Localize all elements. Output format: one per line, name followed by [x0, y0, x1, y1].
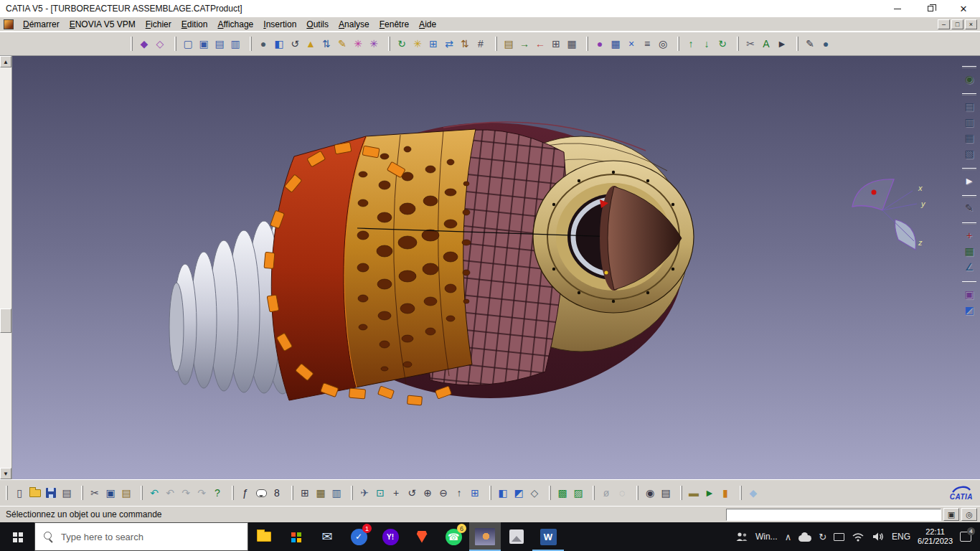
update-icon[interactable]: ↻ — [394, 36, 410, 52]
shaded-sphere-icon[interactable]: ● — [255, 36, 271, 52]
expand-command-button[interactable]: ▣ — [943, 508, 959, 521]
sketcher-icon[interactable]: ✎ — [334, 36, 350, 52]
catalog-browser-icon[interactable]: ▦ — [313, 485, 329, 501]
swap-visible-space-icon[interactable]: ◌ — [614, 485, 630, 501]
toolbar-drag-handle[interactable] — [586, 37, 588, 51]
toolbar-drag-handle[interactable] — [962, 168, 976, 170]
tree-graph-icon[interactable]: ▦ — [961, 130, 977, 146]
import-document-icon[interactable]: ↓ — [699, 36, 715, 52]
menu-fichier[interactable]: Fichier — [141, 18, 176, 31]
word-button[interactable]: W — [532, 522, 564, 551]
render-tools-icon[interactable]: ◩ — [961, 302, 977, 318]
quick-print-icon[interactable]: ▤ — [658, 485, 674, 501]
design-table-icon[interactable]: ⊞ — [297, 485, 313, 501]
toolbar-drag-handle[interactable] — [81, 486, 83, 500]
paste-icon[interactable]: ▤ — [118, 485, 134, 501]
rotate-icon[interactable]: ↺ — [404, 485, 420, 501]
zoom-in-icon[interactable]: ⊕ — [420, 485, 435, 501]
gear-settings-icon[interactable]: ✳ — [366, 36, 382, 52]
measure-angle-icon[interactable]: ∠ — [961, 259, 977, 275]
taskbar-search[interactable]: Type here to search — [34, 522, 248, 551]
formula-icon[interactable]: ƒ — [237, 485, 253, 501]
eraser-wedge-icon[interactable]: ◆ — [745, 485, 761, 501]
toolbar-drag-handle[interactable] — [737, 37, 739, 51]
cone-tool-icon[interactable]: ▲ — [303, 36, 319, 52]
pencil-tool-icon[interactable]: ✎ — [961, 200, 977, 216]
copy-icon[interactable]: ▣ — [103, 485, 118, 501]
user-profile-icon[interactable]: ● — [818, 36, 834, 52]
publication-sphere-icon[interactable]: ● — [592, 36, 608, 52]
enovia-workbench-icon[interactable]: ◆ — [136, 36, 152, 52]
undo-icon[interactable]: ↶ — [146, 485, 162, 501]
toolbar-drag-handle[interactable] — [351, 486, 353, 500]
macro-play-icon[interactable]: ► — [702, 485, 717, 501]
comment-bubble-icon[interactable] — [253, 485, 269, 501]
break-link-icon[interactable]: ← — [532, 36, 548, 52]
catia-window-button[interactable] — [469, 522, 501, 551]
power-input-field[interactable] — [726, 509, 941, 521]
tree-table-icon[interactable]: ▥ — [961, 114, 977, 130]
knowledge-inspector-icon[interactable]: ▥ — [329, 485, 344, 501]
menu-d-marrer[interactable]: Démarrer — [18, 18, 65, 31]
left-scrollbar[interactable]: ▲ ▼ — [0, 56, 12, 479]
yahoo-button[interactable]: Y! — [374, 522, 406, 551]
replace-component-icon[interactable]: ⇄ — [441, 36, 457, 52]
datum-icon[interactable]: 8 — [269, 485, 285, 501]
rotate-view-icon[interactable]: ↺ — [287, 36, 303, 52]
toolbar-drag-handle[interactable] — [796, 37, 798, 51]
insert-component-icon[interactable]: ⊞ — [425, 36, 441, 52]
menu-outils[interactable]: Outils — [301, 18, 334, 31]
menu-fen-tre[interactable]: Fenêtre — [374, 18, 414, 31]
wifi-icon[interactable] — [852, 532, 864, 542]
undo-history-icon[interactable]: ↶ — [162, 485, 178, 501]
toolbar-drag-handle[interactable] — [962, 66, 976, 68]
capture-icon[interactable]: ◉ — [642, 485, 658, 501]
close-document-icon[interactable]: × — [623, 36, 639, 52]
tray-overflow-chevron-icon[interactable]: ∧ — [785, 532, 792, 542]
spell-check-icon[interactable]: A — [758, 36, 774, 52]
scroll-up-icon[interactable]: ▲ — [0, 56, 11, 67]
sync-icon[interactable]: ↻ — [819, 532, 826, 542]
gear-yellow-icon[interactable]: ✳ — [410, 36, 425, 52]
graphic-properties-icon[interactable]: ▨ — [570, 485, 586, 501]
trim-icon[interactable]: ✂ — [743, 36, 758, 52]
generate-numbering-icon[interactable]: # — [473, 36, 489, 52]
redo-icon[interactable]: ↷ — [178, 485, 194, 501]
microsoft-store-button[interactable] — [280, 522, 311, 551]
axis-system-icon[interactable]: + — [961, 227, 977, 243]
hide-show-icon[interactable]: ø — [598, 485, 614, 501]
whats-this-icon[interactable]: ? — [209, 485, 225, 501]
pen-icon[interactable]: ✎ — [802, 36, 818, 52]
toolbar-drag-handle[interactable] — [677, 37, 679, 51]
reorder-tree-icon[interactable]: ⇅ — [457, 36, 473, 52]
fly-through-icon[interactable]: ◉ — [961, 71, 977, 87]
scroll-down-icon[interactable]: ▼ — [0, 468, 11, 479]
photos-app-button[interactable] — [501, 522, 532, 551]
toolbar-drag-handle[interactable] — [593, 486, 595, 500]
toolbar-drag-handle[interactable] — [636, 486, 639, 500]
active-document-icon[interactable] — [4, 19, 14, 29]
apply-material-icon[interactable]: ▩ — [555, 485, 570, 501]
multi-view-icon[interactable]: ⊞ — [467, 485, 483, 501]
toolbar-drag-handle[interactable] — [489, 486, 491, 500]
toolbar-drag-handle[interactable] — [962, 93, 976, 95]
fast-instantiation-icon[interactable]: → — [517, 36, 532, 52]
mdi-minimize-button[interactable]: – — [938, 19, 950, 29]
toolbar-drag-handle[interactable] — [549, 486, 551, 500]
mail-button[interactable]: ✉ — [311, 522, 343, 551]
menu-analyse[interactable]: Analyse — [334, 18, 374, 31]
user-assistant-button[interactable]: ◎ — [961, 508, 977, 521]
toolbar-drag-handle[interactable] — [291, 486, 293, 500]
compass-manipulation-handle[interactable] — [872, 190, 877, 195]
toolbar-drag-handle[interactable] — [962, 222, 976, 225]
toolbar-drag-handle[interactable] — [962, 195, 976, 197]
action-center-icon[interactable]: 4 — [960, 532, 971, 542]
existing-component-icon[interactable]: ▥ — [227, 36, 243, 52]
cut-icon[interactable]: ✂ — [87, 485, 103, 501]
toolbar-drag-handle[interactable] — [680, 486, 682, 500]
toolbar-drag-handle[interactable] — [388, 37, 390, 51]
iso-view-icon[interactable]: ◧ — [495, 485, 511, 501]
wireframe-view-icon[interactable]: ◇ — [527, 485, 542, 501]
toolbar-drag-handle[interactable] — [250, 37, 252, 51]
new-product-icon[interactable]: ▣ — [196, 36, 212, 52]
